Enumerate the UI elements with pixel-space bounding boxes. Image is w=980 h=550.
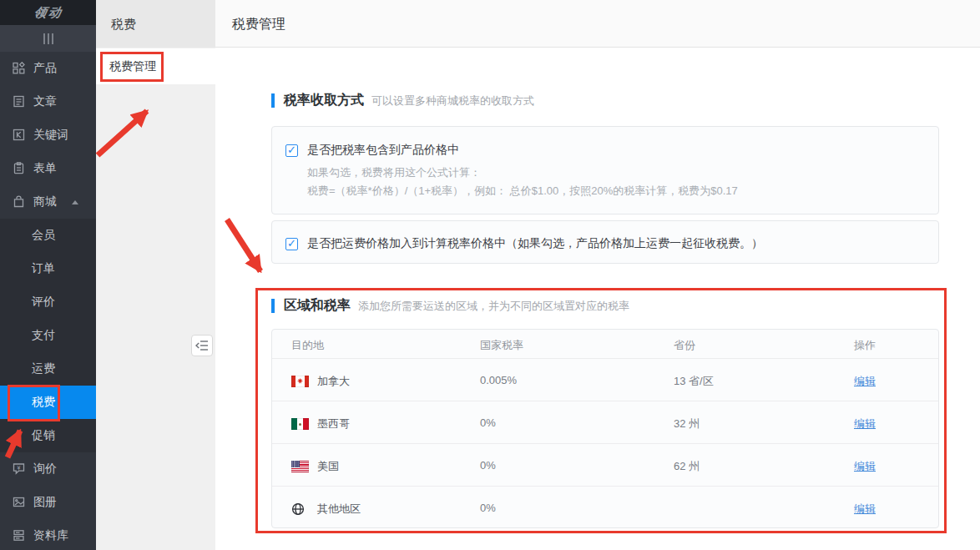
library-icon	[13, 529, 25, 542]
sidebar-item-label: 促销	[32, 428, 55, 443]
tax-include-card: 是否把税率包含到产品价格中 如果勾选，税费将用这个公式计算： 税费=（税率*价格…	[271, 126, 939, 214]
keyword-icon	[13, 129, 25, 141]
section-heading-tax-collection: 税率收取方式 可以设置多种商城税率的收取方式	[271, 92, 534, 109]
sidebar-item-label: 税费	[32, 395, 55, 410]
sidebar-item-members[interactable]: 会员	[0, 219, 96, 252]
logo-text: 领动	[32, 5, 63, 21]
shipping-tax-checkbox[interactable]	[285, 238, 298, 250]
sidebar-menu: 产品 文章 关键词 表单	[0, 52, 96, 550]
destination-label: 墨西哥	[317, 416, 350, 431]
provinces-value: 13 省/区	[674, 374, 714, 389]
provinces-value: 62 州	[674, 459, 700, 474]
col-header-destination: 目的地	[291, 338, 324, 353]
rate-value: 0%	[480, 459, 496, 472]
sidebar-item-label: 图册	[33, 495, 57, 510]
sidebar-item-albums[interactable]: 图册	[0, 486, 96, 519]
sidebar-item-payment[interactable]: 支付	[0, 319, 96, 352]
sidebar-item-label: 关键词	[33, 128, 68, 143]
collapse-bar-icon	[43, 33, 45, 44]
section-heading-regions: 区域和税率 添加您所需要运送的区域，并为不同的区域置对应的税率	[271, 297, 629, 315]
shipping-tax-card: 是否把运费价格加入到计算税率价格中（如果勾选，产品价格加上运费一起征收税费。）	[271, 220, 939, 264]
form-icon	[13, 162, 25, 174]
sidebar-item-tax[interactable]: 税费	[0, 386, 96, 419]
region-tax-table: 目的地 国家税率 省份 操作 加拿大 0.005% 13 省/区 编辑 墨西哥	[271, 329, 939, 528]
sidebar-item-label: 资料库	[33, 528, 68, 543]
sidebar: 领动 产品 文章 关键词	[0, 0, 96, 550]
destination-label: 美国	[317, 459, 339, 474]
sidebar-item-inquiry[interactable]: ¥ 询价	[0, 452, 96, 486]
canada-flag	[291, 376, 309, 387]
products-grid-icon	[13, 62, 25, 74]
page-title: 税费管理	[215, 0, 980, 48]
section-subtitle: 添加您所需要运送的区域，并为不同的区域置对应的税率	[358, 299, 629, 314]
col-header-rate: 国家税率	[480, 338, 523, 353]
sidebar-item-label: 评价	[32, 295, 55, 310]
include-tax-checkbox[interactable]	[285, 144, 298, 157]
rate-value: 0.005%	[480, 374, 517, 386]
edit-link[interactable]: 编辑	[854, 460, 876, 472]
sidebar-item-library[interactable]: 资料库	[0, 519, 96, 550]
formula-desc-line2: 税费=（税率*价格）/（1+税率），例如： 总价$1.00，按照20%的税率计算…	[307, 184, 738, 199]
globe-icon	[291, 502, 309, 516]
mall-bag-icon	[13, 195, 25, 208]
tab-panel: 税费 税费管理	[96, 0, 215, 550]
edit-link[interactable]: 编辑	[854, 417, 876, 430]
sidebar-item-label: 询价	[33, 462, 57, 477]
section-subtitle: 可以设置多种商城税率的收取方式	[371, 93, 534, 108]
formula-desc-line1: 如果勾选，税费将用这个公式计算：	[307, 165, 481, 180]
sidebar-item-label: 支付	[32, 328, 55, 343]
collapse-bar-icon	[48, 33, 49, 44]
mexico-flag	[291, 418, 309, 430]
main-content: 税费管理 税率收取方式 可以设置多种商城税率的收取方式 是否把税率包含到产品价格…	[215, 0, 980, 550]
page: 领动 产品 文章 关键词	[0, 0, 980, 550]
edit-link[interactable]: 编辑	[854, 502, 876, 515]
usa-flag	[291, 461, 309, 472]
col-header-action: 操作	[831, 338, 898, 353]
sidebar-item-products[interactable]: 产品	[0, 52, 96, 85]
chevron-up-icon	[72, 200, 78, 204]
sidebar-item-mall[interactable]: 商城	[0, 185, 96, 219]
table-row-usa: 美国 0% 62 州 编辑	[272, 443, 938, 486]
table-row-canada: 加拿大 0.005% 13 省/区 编辑	[272, 358, 938, 401]
sidebar-collapse-handle[interactable]	[0, 25, 96, 52]
section-title: 区域和税率	[284, 297, 351, 315]
sidebar-item-forms[interactable]: 表单	[0, 152, 96, 185]
sidebar-item-label: 文章	[33, 94, 57, 109]
tab-tax-management[interactable]: 税费管理	[96, 48, 215, 84]
sidebar-item-label: 产品	[33, 61, 57, 76]
inquiry-icon: ¥	[13, 462, 25, 475]
panel-collapse-button[interactable]	[191, 335, 213, 356]
rate-value: 0%	[480, 416, 496, 429]
svg-text:¥: ¥	[18, 465, 21, 471]
include-tax-label: 是否把税率包含到产品价格中	[307, 143, 459, 158]
shipping-tax-label: 是否把运费价格加入到计算税率价格中（如果勾选，产品价格加上运费一起征收税费。）	[307, 236, 763, 251]
edit-link[interactable]: 编辑	[854, 375, 876, 387]
album-icon	[13, 496, 25, 508]
sidebar-item-label: 订单	[32, 261, 55, 276]
sidebar-item-promotions[interactable]: 促销	[0, 419, 96, 452]
collapse-bar-icon	[52, 33, 53, 44]
destination-label: 加拿大	[317, 374, 350, 389]
sidebar-item-label: 运费	[32, 361, 55, 376]
table-row-mexico: 墨西哥 0% 32 州 编辑	[272, 401, 938, 443]
provinces-value: 32 州	[674, 416, 700, 431]
rate-value: 0%	[480, 502, 496, 514]
destination-label: 其他地区	[317, 502, 361, 517]
sidebar-item-articles[interactable]: 文章	[0, 85, 96, 119]
tab-panel-title: 税费	[96, 0, 215, 48]
sidebar-item-shipping[interactable]: 运费	[0, 352, 96, 386]
col-header-provinces: 省份	[674, 338, 695, 353]
sidebar-item-label: 会员	[32, 228, 55, 243]
logo: 领动	[0, 0, 96, 25]
table-row-other-regions: 其他地区 0% 编辑	[272, 486, 938, 528]
section-accent-bar	[271, 299, 275, 313]
collapse-panel-icon	[195, 340, 209, 351]
sidebar-item-orders[interactable]: 订单	[0, 252, 96, 285]
sidebar-item-label: 表单	[33, 161, 57, 176]
section-accent-bar	[271, 93, 275, 108]
sidebar-item-reviews[interactable]: 评价	[0, 285, 96, 319]
section-title: 税率收取方式	[284, 92, 364, 109]
article-icon	[13, 95, 25, 108]
sidebar-item-keywords[interactable]: 关键词	[0, 119, 96, 152]
sidebar-item-label: 商城	[33, 194, 57, 209]
